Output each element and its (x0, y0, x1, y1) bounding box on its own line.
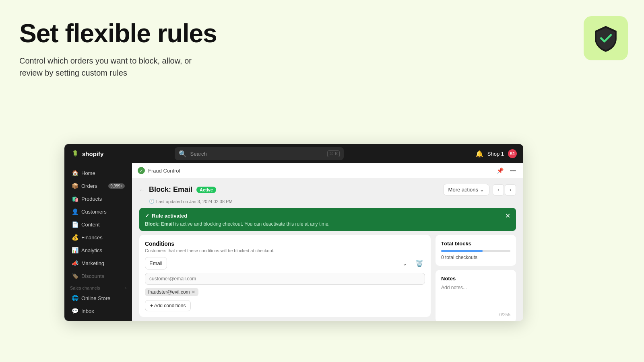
pin-icon[interactable]: 📌 (495, 167, 505, 175)
sidebar-item-customers[interactable]: 👤 Customers (67, 206, 130, 218)
analytics-icon: 📊 (72, 247, 78, 253)
shopify-logo: shopify (71, 149, 103, 158)
products-icon: 🛍️ (72, 195, 78, 202)
two-col-layout: Conditions Customers that meet these con… (139, 235, 516, 321)
conditions-title: Conditions (145, 241, 425, 247)
sidebar-label-inbox: Inbox (81, 308, 94, 314)
alert-banner: ✓ Rule activated ✕ Block: Email is activ… (139, 208, 516, 231)
alert-body: Block: Email is active and blocking chec… (145, 221, 510, 227)
hero-title: Set flexible rules (19, 19, 217, 47)
orders-badge: 9,999+ (108, 183, 125, 189)
sidebar-item-inbox[interactable]: 💬 Inbox (67, 305, 130, 317)
tag-remove-button[interactable]: ✕ (192, 290, 195, 295)
alert-close-button[interactable]: ✕ (505, 212, 510, 220)
sidebar-item-pos[interactable]: 💳 Point of Sale (67, 318, 130, 321)
prev-button[interactable]: ‹ (493, 184, 504, 195)
sidebar-item-online-store[interactable]: 🌐 Online Store (67, 292, 130, 304)
main-area: 🏠 Home 📦 Orders 9,999+ 🛍️ Products 👤 Cus… (64, 163, 523, 321)
breadcrumb: ✓ Fraud Control (138, 167, 180, 174)
tag-label: fraudster@evil.com (148, 289, 190, 295)
delete-condition-button[interactable]: 🗑️ (414, 258, 425, 269)
alert-title-row: ✓ Rule activated (145, 213, 187, 219)
shopify-logo-icon (71, 149, 80, 158)
sidebar-item-marketing[interactable]: 📣 Marketing (67, 257, 130, 269)
notes-counter: 0/255 (441, 312, 510, 317)
chevron-down-icon: ⌄ (480, 187, 484, 193)
next-button[interactable]: › (505, 184, 516, 195)
sidebar-label-discounts: Discounts (81, 273, 104, 279)
topbar-right: 🔔 Shop 1 S1 (475, 149, 517, 158)
sidebar-label-marketing: Marketing (81, 260, 104, 266)
conditions-subtitle: Customers that meet these conditions wil… (145, 248, 425, 253)
last-updated: 🕐 Last updated on Jan 3, 2024 02:38 PM (139, 199, 516, 204)
stats-title: Total blocks (441, 241, 510, 247)
shield-badge (584, 16, 628, 60)
tags-row: fraudster@evil.com ✕ (145, 288, 425, 296)
checkmark-icon: ✓ (145, 213, 149, 219)
condition-dropdown[interactable]: Email (145, 257, 167, 269)
breadcrumb-actions: 📌 ••• (495, 167, 518, 175)
add-conditions-label: + Add conditions (150, 303, 186, 309)
shop-name: Shop 1 (487, 151, 504, 157)
sidebar-label-content: Content (81, 222, 100, 228)
hero-section: Set flexible rules Control which orders … (0, 0, 217, 79)
sidebar-label-finances: Finances (81, 234, 103, 241)
sidebar-item-discounts[interactable]: 🏷️ Discounts (67, 270, 130, 282)
alert-title: Rule activated (152, 213, 187, 219)
inbox-icon: 💬 (72, 308, 78, 314)
content-icon: 📄 (72, 221, 78, 228)
conditions-card: Conditions Customers that meet these con… (139, 235, 431, 317)
breadcrumb-bar: ✓ Fraud Control 📌 ••• (132, 163, 523, 178)
sidebar-label-analytics: Analytics (81, 247, 102, 253)
customers-icon: 👤 (72, 208, 78, 215)
side-column: Total blocks 0 total checkouts Notes 0/2… (436, 235, 516, 321)
topbar: shopify 🔍 Search ⌘ K 🔔 Shop 1 S1 (64, 144, 523, 163)
email-input[interactable] (145, 273, 425, 285)
add-conditions-button[interactable]: + Add conditions (145, 300, 191, 311)
bell-icon[interactable]: 🔔 (475, 150, 483, 158)
sidebar-item-finances[interactable]: 💰 Finances (67, 231, 130, 243)
back-button[interactable]: ← (139, 187, 145, 193)
marketing-icon: 📣 (72, 260, 78, 266)
notes-title: Notes (441, 276, 510, 282)
stats-card: Total blocks 0 total checkouts (436, 235, 516, 266)
stat-bar-fill (441, 250, 483, 252)
pos-icon: 💳 (72, 321, 78, 321)
page-header: ← Block: Email Active More actions ⌄ ‹ (139, 184, 516, 195)
search-bar[interactable]: 🔍 Search ⌘ K (175, 147, 344, 160)
stat-bar (441, 250, 510, 252)
page-title: Block: Email (149, 185, 192, 194)
alert-rule-name: Block: Email (145, 221, 174, 227)
finances-icon: 💰 (72, 234, 78, 241)
sidebar-label-pos: Point of Sale (81, 321, 111, 321)
search-shortcut: ⌘ K (327, 150, 340, 157)
shopify-text: shopify (82, 150, 103, 157)
hero-subtitle: Control which orders you want to block, … (19, 55, 217, 79)
status-badge: Active (196, 187, 216, 193)
sidebar-item-home[interactable]: 🏠 Home (67, 167, 130, 179)
stats-value: 0 total checkouts (441, 255, 510, 260)
ellipsis-icon[interactable]: ••• (508, 167, 518, 175)
condition-row: Email 🗑️ (145, 257, 425, 269)
main-column: Conditions Customers that meet these con… (139, 235, 431, 321)
online-store-icon: 🌐 (72, 295, 78, 301)
notes-textarea[interactable] (441, 285, 510, 311)
shop-avatar[interactable]: S1 (508, 149, 517, 158)
sidebar-item-analytics[interactable]: 📊 Analytics (67, 244, 130, 256)
sales-channels-section: Sales channels › (64, 282, 132, 292)
sidebar: 🏠 Home 📦 Orders 9,999+ 🛍️ Products 👤 Cus… (64, 163, 132, 321)
sidebar-label-orders: Orders (81, 183, 97, 189)
content-area: ✓ Fraud Control 📌 ••• ← Block: Email (132, 163, 523, 321)
admin-window: shopify 🔍 Search ⌘ K 🔔 Shop 1 S1 🏠 Home … (64, 144, 523, 321)
more-actions-label: More actions (448, 187, 478, 193)
sidebar-item-products[interactable]: 🛍️ Products (67, 193, 130, 205)
alert-top-row: ✓ Rule activated ✕ (145, 212, 510, 220)
page-inner: ← Block: Email Active More actions ⌄ ‹ (132, 178, 523, 321)
app-icon: ✓ (138, 167, 145, 174)
sidebar-item-content[interactable]: 📄 Content (67, 218, 130, 230)
sidebar-item-orders[interactable]: 📦 Orders 9,999+ (67, 180, 130, 192)
chevron-right-icon: › (125, 286, 126, 290)
page-header-left: ← Block: Email Active (139, 185, 216, 194)
nav-arrows: ‹ › (493, 184, 516, 195)
more-actions-button[interactable]: More actions ⌄ (443, 184, 489, 195)
